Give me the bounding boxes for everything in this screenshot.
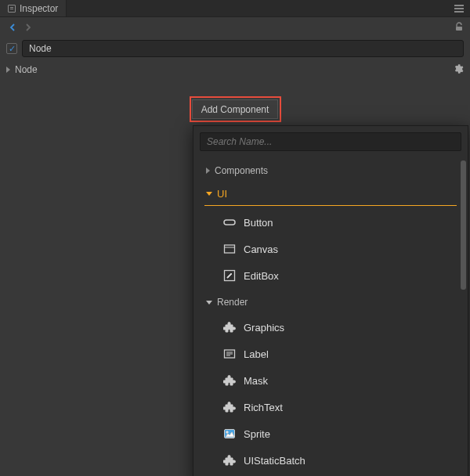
panel-menu-icon[interactable] <box>454 5 464 13</box>
node-section-header[interactable]: Node <box>0 60 470 80</box>
component-item-canvas[interactable]: Canvas <box>204 236 457 262</box>
component-item-uistaticbatch[interactable]: UIStaticBatch <box>204 447 457 474</box>
add-component-dropdown: Components UI Button Canvas EditBox Rend… <box>193 125 468 476</box>
chevron-down-icon <box>206 301 212 305</box>
section-label: Node <box>15 64 38 75</box>
component-item-mask[interactable]: Mask <box>204 367 457 394</box>
svg-rect-2 <box>225 245 235 253</box>
svg-rect-0 <box>456 27 462 31</box>
node-name-input[interactable] <box>22 40 464 57</box>
panel-title: Inspector <box>20 3 58 14</box>
scrollbar-thumb[interactable] <box>461 160 466 290</box>
puzzle-icon <box>223 374 236 387</box>
puzzle-icon <box>223 454 236 467</box>
category-ui[interactable]: UI <box>204 182 457 206</box>
svg-rect-1 <box>224 220 235 225</box>
category-render[interactable]: Render <box>204 290 457 314</box>
component-item-richtext[interactable]: RichText <box>204 394 457 420</box>
node-enable-row <box>0 38 470 60</box>
forward-button[interactable] <box>22 21 34 34</box>
puzzle-icon <box>223 401 236 413</box>
puzzle-icon <box>223 321 236 334</box>
inspector-tab[interactable]: Inspector <box>0 0 67 16</box>
category-components[interactable]: Components <box>204 159 457 182</box>
button-icon <box>223 216 236 229</box>
lock-icon[interactable] <box>454 22 464 34</box>
component-item-sprite[interactable]: Sprite <box>204 420 457 447</box>
canvas-icon <box>223 243 236 255</box>
search-input[interactable] <box>200 132 461 151</box>
panel-icon <box>8 5 16 13</box>
editbox-icon <box>223 269 236 282</box>
back-button[interactable] <box>6 21 19 34</box>
panel-header: Inspector <box>0 0 470 17</box>
node-enabled-checkbox[interactable] <box>6 43 17 54</box>
svg-point-10 <box>226 431 229 434</box>
nav-bar <box>0 17 470 38</box>
sprite-icon <box>223 427 236 440</box>
label-icon <box>223 348 236 360</box>
chevron-down-icon <box>206 192 212 196</box>
component-item-button[interactable]: Button <box>204 209 457 236</box>
component-item-label[interactable]: Label <box>204 341 457 367</box>
component-item-editbox[interactable]: EditBox <box>204 262 457 289</box>
chevron-right-icon <box>6 67 10 73</box>
gear-icon[interactable] <box>453 63 464 77</box>
add-component-button[interactable]: Add Component <box>192 99 278 119</box>
component-item-graphics[interactable]: Graphics <box>204 314 457 341</box>
chevron-right-icon <box>206 168 210 174</box>
